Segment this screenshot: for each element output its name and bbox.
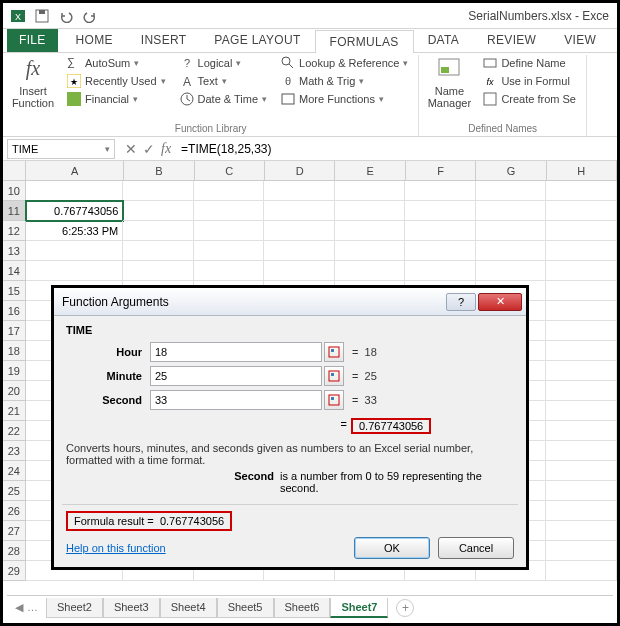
- tab-insert[interactable]: INSERT: [127, 29, 201, 52]
- cell-H12[interactable]: [546, 221, 617, 241]
- formula-input[interactable]: [177, 139, 617, 159]
- cell-A10[interactable]: [26, 181, 124, 201]
- redo-icon[interactable]: [79, 5, 101, 27]
- cell-H29[interactable]: [546, 561, 617, 581]
- cell-C12[interactable]: [194, 221, 265, 241]
- cell-E13[interactable]: [335, 241, 406, 261]
- cell-H10[interactable]: [546, 181, 617, 201]
- cell-H23[interactable]: [546, 441, 617, 461]
- row-header-27[interactable]: 27: [3, 521, 26, 541]
- cell-B11[interactable]: [123, 201, 194, 221]
- autosum-button[interactable]: ∑AutoSum▾: [63, 55, 170, 71]
- cell-H11[interactable]: [546, 201, 617, 221]
- text-button[interactable]: AText▾: [176, 73, 272, 89]
- sheet-nav-prev-icon[interactable]: ◀: [15, 601, 23, 614]
- row-header-25[interactable]: 25: [3, 481, 26, 501]
- cell-G11[interactable]: [476, 201, 547, 221]
- cell-A11[interactable]: 0.767743056: [26, 201, 124, 221]
- cell-C13[interactable]: [194, 241, 265, 261]
- accept-formula-icon[interactable]: ✓: [143, 141, 155, 157]
- col-header-E[interactable]: E: [335, 161, 405, 181]
- col-header-A[interactable]: A: [26, 161, 124, 181]
- cell-E11[interactable]: [335, 201, 406, 221]
- tab-data[interactable]: DATA: [414, 29, 473, 52]
- cell-H17[interactable]: [546, 321, 617, 341]
- range-picker-icon[interactable]: [324, 390, 344, 410]
- cell-A13[interactable]: [26, 241, 124, 261]
- name-manager-button[interactable]: Name Manager: [425, 55, 473, 109]
- cell-H18[interactable]: [546, 341, 617, 361]
- cell-G10[interactable]: [476, 181, 547, 201]
- row-header-14[interactable]: 14: [3, 261, 26, 281]
- row-header-19[interactable]: 19: [3, 361, 26, 381]
- row-header-29[interactable]: 29: [3, 561, 26, 581]
- ok-button[interactable]: OK: [354, 537, 430, 559]
- col-header-D[interactable]: D: [265, 161, 335, 181]
- sheet-tab-sheet6[interactable]: Sheet6: [274, 598, 331, 618]
- tab-review[interactable]: REVIEW: [473, 29, 550, 52]
- row-header-13[interactable]: 13: [3, 241, 26, 261]
- cell-H24[interactable]: [546, 461, 617, 481]
- save-icon[interactable]: [31, 5, 53, 27]
- col-header-H[interactable]: H: [547, 161, 617, 181]
- cell-H20[interactable]: [546, 381, 617, 401]
- cell-H19[interactable]: [546, 361, 617, 381]
- date-time-button[interactable]: Date & Time▾: [176, 91, 272, 107]
- cell-D11[interactable]: [264, 201, 335, 221]
- cell-C14[interactable]: [194, 261, 265, 281]
- cell-B10[interactable]: [123, 181, 194, 201]
- cell-F11[interactable]: [405, 201, 476, 221]
- col-header-F[interactable]: F: [406, 161, 476, 181]
- cancel-formula-icon[interactable]: ✕: [125, 141, 137, 157]
- cell-H21[interactable]: [546, 401, 617, 421]
- recently-used-button[interactable]: ★Recently Used▾: [63, 73, 170, 89]
- row-header-24[interactable]: 24: [3, 461, 26, 481]
- arg-input-minute[interactable]: [150, 366, 322, 386]
- cell-F10[interactable]: [405, 181, 476, 201]
- tab-view[interactable]: VIEW: [550, 29, 610, 52]
- row-header-15[interactable]: 15: [3, 281, 26, 301]
- cell-E12[interactable]: [335, 221, 406, 241]
- row-header-21[interactable]: 21: [3, 401, 26, 421]
- cell-E14[interactable]: [335, 261, 406, 281]
- cell-H28[interactable]: [546, 541, 617, 561]
- cell-H16[interactable]: [546, 301, 617, 321]
- col-header-C[interactable]: C: [195, 161, 265, 181]
- col-header-G[interactable]: G: [476, 161, 546, 181]
- cell-H14[interactable]: [546, 261, 617, 281]
- cell-C10[interactable]: [194, 181, 265, 201]
- cell-D10[interactable]: [264, 181, 335, 201]
- cell-C11[interactable]: [194, 201, 265, 221]
- sheet-tab-sheet3[interactable]: Sheet3: [103, 598, 160, 618]
- arg-input-second[interactable]: [150, 390, 322, 410]
- arg-input-hour[interactable]: [150, 342, 322, 362]
- cell-H26[interactable]: [546, 501, 617, 521]
- row-header-28[interactable]: 28: [3, 541, 26, 561]
- row-header-22[interactable]: 22: [3, 421, 26, 441]
- close-button[interactable]: ✕: [478, 293, 522, 311]
- row-header-20[interactable]: 20: [3, 381, 26, 401]
- tab-home[interactable]: HOME: [62, 29, 127, 52]
- row-header-10[interactable]: 10: [3, 181, 26, 201]
- row-header-12[interactable]: 12: [3, 221, 26, 241]
- row-header-11[interactable]: 11: [3, 201, 26, 221]
- lookup-button[interactable]: Lookup & Reference▾: [277, 55, 412, 71]
- tab-page-layout[interactable]: PAGE LAYOUT: [200, 29, 314, 52]
- cell-D12[interactable]: [264, 221, 335, 241]
- row-header-26[interactable]: 26: [3, 501, 26, 521]
- range-picker-icon[interactable]: [324, 342, 344, 362]
- cell-H22[interactable]: [546, 421, 617, 441]
- add-sheet-button[interactable]: +: [396, 599, 414, 617]
- cell-D13[interactable]: [264, 241, 335, 261]
- tab-formulas[interactable]: FORMULAS: [315, 30, 414, 53]
- cell-A14[interactable]: [26, 261, 124, 281]
- sheet-tab-sheet2[interactable]: Sheet2: [46, 598, 103, 618]
- insert-function-button[interactable]: fx Insert Function: [9, 55, 57, 109]
- row-header-17[interactable]: 17: [3, 321, 26, 341]
- row-header-23[interactable]: 23: [3, 441, 26, 461]
- help-button[interactable]: ?: [446, 293, 476, 311]
- math-trig-button[interactable]: θMath & Trig▾: [277, 73, 412, 89]
- undo-icon[interactable]: [55, 5, 77, 27]
- cell-D14[interactable]: [264, 261, 335, 281]
- cell-F14[interactable]: [405, 261, 476, 281]
